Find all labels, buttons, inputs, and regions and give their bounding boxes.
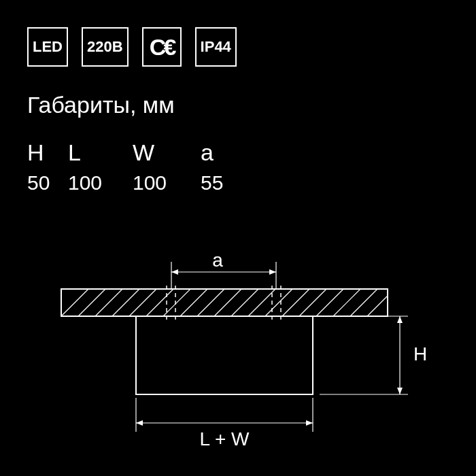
badge-row: LED 220В C€ IP44 [27, 27, 237, 67]
svg-line-7 [180, 289, 207, 316]
badge-ce: C€ [142, 27, 182, 67]
dim-header-l: L [68, 139, 133, 166]
svg-line-17 [350, 289, 377, 316]
svg-line-16 [333, 289, 360, 316]
dimensions-headers: H L W a [27, 139, 241, 166]
dim-header-w: W [133, 139, 201, 166]
dim-value-a: 55 [201, 171, 241, 194]
svg-line-14 [299, 289, 326, 316]
h-arrow-top [397, 316, 403, 323]
label-a: a [212, 252, 223, 271]
ceiling-outline [61, 289, 388, 316]
svg-line-0 [61, 289, 88, 316]
svg-line-12 [265, 289, 292, 316]
dim-value-w: 100 [133, 171, 201, 194]
badge-led: LED [27, 27, 68, 67]
svg-line-1 [78, 289, 105, 316]
badge-ip: IP44 [195, 27, 237, 67]
dim-header-h: H [27, 139, 68, 166]
svg-line-15 [316, 289, 343, 316]
svg-line-3 [112, 289, 139, 316]
svg-line-5 [146, 289, 173, 316]
badge-voltage: 220В [82, 27, 129, 67]
svg-line-8 [197, 289, 224, 316]
dim-value-h: 50 [27, 171, 68, 194]
dimensions-title: Габариты, мм [27, 92, 175, 118]
h-arrow-bottom [397, 388, 403, 394]
lw-arrow-right [306, 420, 313, 426]
dimensions-values: 50 100 100 55 [27, 171, 241, 194]
label-h: H [413, 343, 427, 364]
lw-arrow-left [136, 420, 143, 426]
luminaire-body [136, 316, 313, 394]
cross-section-diagram: a H L + W [0, 252, 476, 456]
dim-value-l: 100 [68, 171, 133, 194]
svg-line-4 [129, 289, 156, 316]
svg-line-2 [95, 289, 122, 316]
a-arrow-left [171, 269, 178, 275]
svg-line-11 [248, 289, 275, 316]
svg-line-9 [214, 289, 241, 316]
svg-line-13 [282, 289, 309, 316]
svg-line-18 [367, 296, 388, 316]
hatch-pattern [61, 289, 388, 316]
a-arrow-right [269, 269, 276, 275]
label-lw: L + W [200, 428, 250, 449]
svg-line-10 [231, 289, 258, 316]
dim-header-a: a [201, 139, 241, 166]
svg-line-6 [163, 289, 190, 316]
